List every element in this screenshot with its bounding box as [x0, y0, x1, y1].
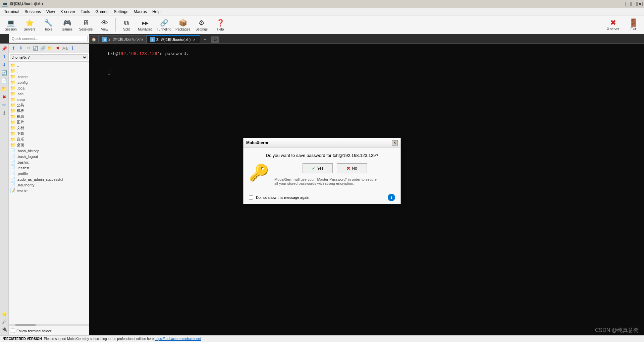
info-button[interactable]: i: [388, 194, 395, 201]
dont-show-again-checkbox[interactable]: [249, 195, 253, 200]
dialog-content: 🔑 ✓ Yes ✖ No MobaXterm will use your: [249, 163, 395, 185]
dialog-body: Do you want to save password for txh@192…: [244, 148, 400, 191]
dialog-overlay: MobaXterm ✕ Do you want to save password…: [0, 0, 644, 342]
yes-label: Yes: [317, 166, 324, 171]
dialog: MobaXterm ✕ Do you want to save password…: [243, 138, 401, 204]
no-x: ✖: [346, 166, 351, 171]
dont-show-again-label[interactable]: Do not show this message again: [256, 195, 309, 199]
dialog-footer: Do not show this message again i: [244, 191, 400, 204]
yes-button[interactable]: ✓ Yes: [303, 163, 333, 173]
dialog-info: MobaXterm will use your "Master Password…: [274, 177, 395, 185]
dialog-close-button[interactable]: ✕: [392, 140, 398, 146]
yes-checkmark: ✓: [312, 166, 316, 171]
dialog-buttons: ✓ Yes ✖ No: [274, 163, 395, 173]
key-icon: 🔑: [249, 163, 269, 182]
no-button[interactable]: ✖ No: [337, 163, 367, 173]
dialog-title-bar: MobaXterm ✕: [244, 138, 400, 148]
dialog-question: Do you want to save password for txh@192…: [249, 153, 395, 158]
dialog-right-panel: ✓ Yes ✖ No MobaXterm will use your "Mast…: [274, 163, 395, 185]
no-label: No: [352, 166, 357, 171]
dialog-title: MobaXterm: [246, 140, 268, 145]
